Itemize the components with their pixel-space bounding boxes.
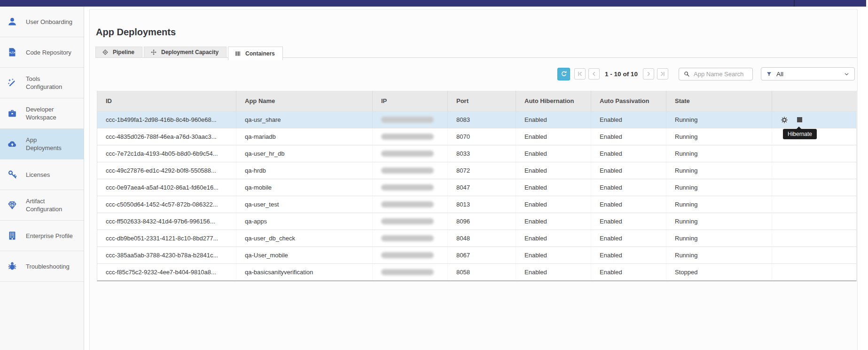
cell-port: 8083 bbox=[447, 111, 516, 128]
hibernate-tooltip: Hibernate bbox=[783, 129, 817, 139]
cell-port: 8048 bbox=[447, 230, 516, 247]
sidebar-item-tools-configuration[interactable]: Tools Configuration bbox=[0, 68, 84, 98]
cell-state: Running bbox=[666, 247, 772, 263]
cell-port: 8033 bbox=[447, 145, 516, 162]
main-content-panel: App Deployments PipelineDeployment Capac… bbox=[89, 9, 858, 350]
last-page-button[interactable] bbox=[657, 68, 668, 80]
table-row[interactable]: ccc-db9be051-2331-4121-8c10-8bd277...qa-… bbox=[97, 230, 856, 247]
cell-auto-passivation: Enabled bbox=[591, 145, 666, 162]
ip-redacted-value bbox=[381, 134, 434, 140]
cell-id: ccc-385aa5ab-3788-4230-b78a-b2841c... bbox=[97, 247, 236, 263]
cell-id: ccc-f85c75c2-9232-4ee7-b404-9810a8... bbox=[97, 264, 236, 280]
cell-actions bbox=[772, 179, 856, 196]
cell-ip bbox=[372, 196, 447, 213]
cell-auto-passivation: Enabled bbox=[591, 247, 666, 263]
filter-selected-value: All bbox=[776, 71, 844, 78]
cell-ip bbox=[372, 213, 447, 230]
ip-redacted-value bbox=[381, 269, 434, 275]
table-row[interactable]: ccc-ff502633-8432-41d4-97b6-996156...qa-… bbox=[97, 213, 856, 230]
sidebar-item-troubleshooting[interactable]: Troubleshooting bbox=[0, 251, 84, 282]
tab-deployment-capacity[interactable]: Deployment Capacity bbox=[144, 47, 227, 57]
sidebar-item-code-repository[interactable]: </>Code Repository bbox=[0, 37, 84, 68]
tab-label: Containers bbox=[245, 50, 275, 57]
cell-auto-hibernation: Enabled bbox=[516, 213, 591, 230]
cell-state: Running bbox=[666, 145, 772, 162]
building-icon bbox=[7, 231, 17, 241]
cell-id: ccc-7e72c1da-4193-4b05-b8d0-6b9c54... bbox=[97, 145, 236, 162]
code-file-icon: </> bbox=[7, 47, 17, 57]
sidebar-item-enterprise-profile[interactable]: Enterprise Profile bbox=[0, 221, 84, 251]
previous-page-icon bbox=[591, 71, 597, 77]
first-page-button[interactable] bbox=[574, 68, 586, 80]
tab-label: Deployment Capacity bbox=[161, 49, 219, 56]
table-row[interactable]: ccc-49c27876-ed1c-4292-b0f8-550588...qa-… bbox=[97, 162, 856, 179]
tab-bar: PipelineDeployment CapacityContainers bbox=[95, 47, 857, 58]
ip-redacted-value bbox=[381, 151, 434, 157]
user-icon bbox=[7, 16, 17, 27]
cell-auto-passivation: Enabled bbox=[591, 213, 666, 230]
hibernate-stop-icon[interactable] bbox=[797, 117, 802, 122]
sidebar-item-user-onboarding[interactable]: User Onboarding bbox=[0, 7, 84, 37]
cell-auto-passivation: Enabled bbox=[591, 179, 666, 196]
cell-auto-hibernation: Enabled bbox=[516, 179, 591, 196]
cloud-upload-icon bbox=[7, 139, 17, 149]
table-row[interactable]: ccc-7e72c1da-4193-4b05-b8d0-6b9c54...qa-… bbox=[97, 145, 856, 162]
sidebar-item-label: Artifact Configuration bbox=[26, 197, 73, 213]
cell-app-name: qa-user_db_check bbox=[236, 230, 372, 247]
settings-gear-icon[interactable] bbox=[781, 116, 788, 124]
cell-ip bbox=[372, 179, 447, 196]
table-row[interactable]: ccc-f85c75c2-9232-4ee7-b404-9810a8...qa-… bbox=[97, 263, 856, 280]
cell-port: 8096 bbox=[447, 213, 516, 230]
diamond-icon bbox=[7, 200, 17, 210]
cell-app-name: qa-mariadb bbox=[236, 128, 372, 145]
table-row[interactable]: ccc-0e97aea4-a5af-4102-86a1-fd60e16...qa… bbox=[97, 179, 856, 196]
pagination-range-label: 1 - 10 of 10 bbox=[602, 71, 640, 78]
state-filter-select[interactable]: All bbox=[761, 67, 855, 80]
cell-actions bbox=[772, 196, 856, 213]
next-page-button[interactable] bbox=[643, 68, 654, 80]
cell-ip bbox=[372, 128, 447, 145]
cell-auto-passivation: Enabled bbox=[591, 162, 666, 179]
ip-redacted-value bbox=[381, 218, 434, 224]
ip-redacted-value bbox=[381, 235, 434, 241]
app-name-search-input[interactable] bbox=[693, 70, 752, 78]
cell-port: 8058 bbox=[447, 264, 516, 280]
sidebar-item-developer-workspace[interactable]: Developer Workspace bbox=[0, 98, 84, 129]
cell-auto-hibernation: Enabled bbox=[516, 247, 591, 263]
sidebar-item-label: Enterprise Profile bbox=[26, 232, 73, 240]
first-page-icon bbox=[577, 71, 583, 77]
sidebar: User Onboarding</>Code RepositoryTools C… bbox=[0, 7, 84, 350]
cell-id: ccc-db9be051-2331-4121-8c10-8bd277... bbox=[97, 230, 236, 247]
tab-pipeline[interactable]: Pipeline bbox=[95, 47, 142, 57]
table-row[interactable]: ccc-c5050d64-1452-4c57-872b-086322...qa-… bbox=[97, 196, 856, 213]
cell-state: Running bbox=[666, 128, 772, 145]
cell-id: ccc-1b499fa1-2d98-416b-8c4b-960e68... bbox=[97, 111, 236, 128]
search-icon bbox=[683, 71, 690, 77]
sidebar-item-licenses[interactable]: Licenses bbox=[0, 159, 84, 190]
briefcase-icon bbox=[7, 108, 17, 119]
top-bar bbox=[0, 0, 866, 7]
cell-auto-hibernation: Enabled bbox=[516, 145, 591, 162]
previous-page-button[interactable] bbox=[588, 68, 600, 80]
chevron-down-icon bbox=[844, 71, 850, 77]
table-row[interactable]: ccc-385aa5ab-3788-4230-b78a-b2841c...qa-… bbox=[97, 247, 856, 263]
cell-actions bbox=[772, 264, 856, 280]
sidebar-item-label: Licenses bbox=[26, 171, 73, 179]
sidebar-item-label: Tools Configuration bbox=[26, 75, 73, 91]
table-toolbar: 1 - 10 of 10 All bbox=[557, 67, 855, 80]
table-row[interactable]: ccc-1b499fa1-2d98-416b-8c4b-960e68...qa-… bbox=[97, 111, 856, 128]
cell-port: 8047 bbox=[447, 179, 516, 196]
cell-port: 8072 bbox=[447, 162, 516, 179]
cell-app-name: qa-user_hr_db bbox=[236, 145, 372, 162]
cell-auto-passivation: Enabled bbox=[591, 230, 666, 247]
cell-port: 8070 bbox=[447, 128, 516, 145]
pipeline-icon bbox=[102, 49, 109, 56]
sidebar-item-app-deployments[interactable]: App Deployments bbox=[0, 129, 84, 159]
page-title: App Deployments bbox=[96, 27, 176, 38]
table-row[interactable]: ccc-4835d026-788f-46ea-a76d-30aac3...qa-… bbox=[97, 128, 856, 145]
refresh-button[interactable] bbox=[557, 68, 570, 80]
sidebar-item-label: Developer Workspace bbox=[26, 105, 73, 121]
table-body: ccc-1b499fa1-2d98-416b-8c4b-960e68...qa-… bbox=[97, 111, 856, 280]
sidebar-item-artifact-configuration[interactable]: Artifact Configuration bbox=[0, 190, 84, 221]
tab-containers[interactable]: Containers bbox=[228, 47, 283, 60]
